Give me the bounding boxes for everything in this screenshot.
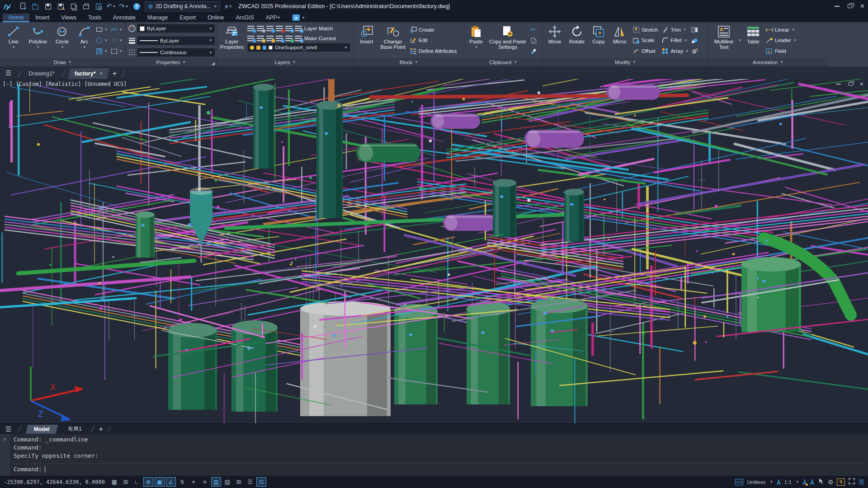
layer-select[interactable]: OneSupport_smrtl ▼ [248,43,350,52]
isometric-drafting-icon[interactable]: ∠ [166,477,176,487]
help-button[interactable]: ? [131,1,142,11]
settings-gear-icon[interactable]: ⚙ [828,479,834,486]
linetype-select[interactable]: Continuous ▼ [137,48,215,56]
layer-previous-icon[interactable] [285,26,292,31]
layer-state-icon[interactable] [285,36,292,41]
change-base-point-button[interactable]: Change Base Point [378,23,407,57]
polyline-button[interactable]: Polyline ▼ [26,23,50,57]
annotation-autoscale-icon[interactable]: ⅄ [810,479,814,486]
layer-thaw-icon[interactable] [266,36,274,41]
panel-title-clipboard[interactable]: Clipboard▼ [464,58,542,66]
undo-button[interactable]: ↶▼ [106,1,117,11]
tab-arcgis[interactable]: ArcGIS [230,14,259,22]
multiline-text-button[interactable]: A Multiline Text [711,23,737,57]
drawing-tab-factory[interactable]: factory* × [68,68,109,79]
copy-clip-icon[interactable] [529,37,537,44]
hatch-button[interactable]: ▼ [94,47,108,56]
layer-off-icon[interactable] [257,26,264,31]
transparency-icon[interactable]: ▨ [211,477,221,487]
snap-mode-icon[interactable]: ⊞ [121,477,131,487]
unit-format-icon[interactable]: 0.0 [735,479,744,485]
tab-insert[interactable]: Insert [29,14,55,22]
dynamic-input-icon[interactable]: ⌖ [189,477,198,487]
scale-button[interactable]: Scale [631,36,656,45]
doc-restore-icon[interactable] [848,82,852,85]
units-select[interactable]: Unitless [747,479,765,485]
format-painter-icon[interactable] [529,47,537,55]
annotation-monitor-icon[interactable]: ⊞ [234,477,244,487]
make-current-icon[interactable] [295,36,302,41]
doc-minimize-icon[interactable] [836,84,840,84]
layer-lock-icon[interactable] [276,26,283,31]
panel-title-block[interactable]: Block▼ [354,58,464,66]
panel-title-annotation[interactable]: Annotation▼ [709,58,827,66]
leader-button[interactable]: Leader ▼ [764,36,798,45]
annotation-visibility-icon[interactable]: ⅄ [803,479,807,486]
save-as-button[interactable] [55,1,66,11]
stretch-button[interactable]: Stretch [631,25,659,34]
array-button[interactable]: Array ▼ [660,47,690,56]
circle-button[interactable]: Circle ▼ [51,23,74,57]
command-close-button[interactable]: ✕ [0,434,10,476]
panel-title-modify[interactable]: Modify▼ [542,58,708,66]
panel-title-layers[interactable]: Layers▼ [217,58,354,66]
minimize-button[interactable] [835,6,840,7]
match-properties-icon[interactable] [691,26,698,33]
drawing-tabs-menu-icon[interactable]: ☰ [5,69,11,77]
new-file-button[interactable] [17,1,28,11]
move-button[interactable]: Move [544,23,565,57]
table-button[interactable]: Table [743,23,764,57]
chevron-down-icon[interactable]: ▼ [796,480,799,484]
save-button[interactable] [42,1,53,11]
layer-unlock-icon[interactable] [276,36,283,41]
annotation-scale-icon[interactable]: ⅄ [777,479,781,486]
viewport-maximize-icon[interactable]: ⊡ [256,477,266,487]
copy-button[interactable]: Copy [589,23,609,57]
define-attributes-button[interactable]: Define Attributes [408,47,458,56]
color-select[interactable]: ByLayer ▼ [137,24,215,33]
drawing-tab-drawing1[interactable]: Drawing1* [23,68,60,79]
copy-paste-settings-button[interactable]: Copy and Paste Settings [487,23,528,57]
polygon-button[interactable]: ▼ [109,47,123,56]
lineweight-display-icon[interactable]: ≡ [200,477,210,487]
layer-on-icon[interactable] [257,36,264,41]
annotation-scale-value[interactable]: 1:1 [784,479,792,485]
edit-block-button[interactable]: Edit [408,36,429,45]
fillet-button[interactable]: Fillet ▼ [660,36,689,45]
insert-block-button[interactable]: Insert [356,23,377,57]
chevron-down-icon[interactable]: ▼ [302,16,305,20]
dynamic-ucs-icon[interactable]: ▣ [155,477,165,487]
qat-customize-button[interactable]: ≣▼ [223,1,234,11]
tab-annotate[interactable]: Annotate [107,14,142,22]
point-button[interactable]: ∷ ▼ [109,36,123,45]
offset-button[interactable]: Offset [631,47,656,56]
layer-unisolate-icon[interactable] [247,36,255,41]
workspace-switcher[interactable]: ⚙ 2D Drafting & Annota... ▼ [145,1,220,11]
create-block-button[interactable]: Create [408,25,436,34]
polar-tracking-icon[interactable]: ⊕ [143,477,153,487]
lineweight-select[interactable]: ByLayer ▼ [137,37,215,45]
lineweight-icon[interactable] [128,37,136,44]
trim-button[interactable]: Trim ▼ [660,25,688,34]
tab-online[interactable]: Online [202,14,230,22]
explode-icon[interactable] [691,47,698,55]
layer-freeze-icon[interactable] [266,26,274,31]
ortho-mode-icon[interactable]: ∟ [132,477,142,487]
ribbon-collapse-icon[interactable]: ▲ [292,14,300,21]
tab-views[interactable]: Views [56,14,82,22]
object-snap-tracking-icon[interactable]: ↯ [177,477,187,487]
restore-button[interactable] [848,5,852,8]
close-tab-icon[interactable]: × [99,70,102,77]
palette-icon[interactable] [128,25,136,32]
cut-icon[interactable]: ✂ [529,26,537,33]
chevron-down-icon[interactable]: ▼ [769,480,773,484]
panel-title-draw[interactable]: Draw▼ [0,58,125,66]
make-current-button[interactable]: Make Current [303,34,337,43]
linear-dimension-button[interactable]: Linear ▼ [764,25,797,34]
grid-display-icon[interactable]: ▦ [109,477,119,487]
viewport-controls-label[interactable]: [-] [Custom] [Realistic] [Unnamed UCS] [3,81,127,87]
line-button[interactable]: Line ▼ [2,23,25,57]
layer-properties-button[interactable]: Layer Properties [219,23,245,57]
new-layout-button[interactable]: + [99,425,103,433]
ellipse-button[interactable]: ▼ [94,36,108,45]
